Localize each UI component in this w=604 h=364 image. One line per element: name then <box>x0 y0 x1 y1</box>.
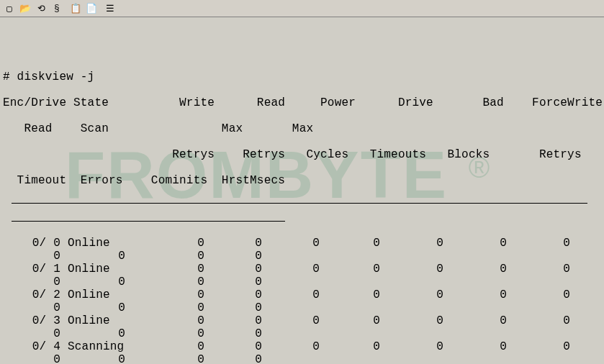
terminal-output[interactable]: FROMBYTE® # diskview -j Enc/Drive State … <box>0 17 604 364</box>
table-row: 0/ 0Online0000000 <box>3 237 601 250</box>
power-cycles: 0 <box>262 263 320 276</box>
enc-drive: 0/ 4 <box>3 340 68 353</box>
table-subrow: 0000 <box>3 353 601 364</box>
enc-drive: 0/ 3 <box>3 314 68 327</box>
read-retrys: 0 <box>204 340 262 353</box>
divider-short <box>12 221 285 222</box>
enc-drive: 0/ 0 <box>3 237 68 250</box>
cominits: 0 <box>147 250 204 263</box>
data-rows: 0/ 0Online000000000000/ 1Online000000000… <box>3 237 601 364</box>
divider <box>12 203 587 204</box>
write-retrys: 0 <box>147 237 204 250</box>
bad-blocks: 0 <box>380 263 443 276</box>
scan-errors: 0 <box>68 301 147 314</box>
scan-errors: 0 <box>68 250 147 263</box>
state: Online <box>68 237 147 250</box>
hrstmsecs: 0 <box>204 250 262 263</box>
drive-timeouts: 0 <box>320 288 380 301</box>
table-row: 0/ 2Online0000000 <box>3 288 601 301</box>
read-retrys: 0 <box>204 237 262 250</box>
state: Online <box>68 263 147 276</box>
bad-blocks: 0 <box>380 288 443 301</box>
reset-fail: 0 <box>507 288 570 301</box>
power-cycles: 0 <box>262 314 320 327</box>
read-timeout: 0 <box>3 301 68 314</box>
script-icon[interactable]: § <box>49 1 65 16</box>
open-icon[interactable]: 📂 <box>17 1 33 16</box>
forcewrite-retrys: 0 <box>443 288 507 301</box>
bad-blocks: 0 <box>380 237 443 250</box>
state: Online <box>68 288 147 301</box>
bad-blocks: 0 <box>380 314 443 327</box>
read-retrys: 0 <box>204 314 262 327</box>
cominits: 0 <box>147 353 204 364</box>
state: Scanning <box>68 340 147 353</box>
write-retrys: 0 <box>147 340 204 353</box>
drive-timeouts: 0 <box>320 314 380 327</box>
power-cycles: 0 <box>262 340 320 353</box>
read-timeout: 0 <box>3 276 68 288</box>
hrstmsecs: 0 <box>204 327 262 340</box>
drive-timeouts: 0 <box>320 340 380 353</box>
write-retrys: 0 <box>147 288 204 301</box>
table-row: 0/ 3Online0000000 <box>3 314 601 327</box>
power-cycles: 0 <box>262 288 320 301</box>
write-retrys: 0 <box>147 263 204 276</box>
scan-errors: 0 <box>68 353 147 364</box>
reset-fail: 0 <box>507 314 570 327</box>
new-icon[interactable]: ▢ <box>1 1 17 16</box>
read-timeout: 0 <box>3 250 68 263</box>
link-icon[interactable]: ⟲ <box>33 1 49 16</box>
scan-errors: 0 <box>68 327 147 340</box>
power-cycles: 0 <box>262 237 320 250</box>
cominits: 0 <box>147 276 204 288</box>
header-row-1: Enc/Drive State Write Read Power Drive B… <box>3 96 601 109</box>
table-subrow: 0000 <box>3 301 601 314</box>
hrstmsecs: 0 <box>204 276 262 288</box>
cominits: 0 <box>147 327 204 340</box>
read-retrys: 0 <box>204 263 262 276</box>
header-row-2: Read Scan Max Max <box>3 122 601 135</box>
read-timeout: 0 <box>3 327 68 340</box>
read-timeout: 0 <box>3 353 68 364</box>
read-retrys: 0 <box>204 288 262 301</box>
cominits: 0 <box>147 301 204 314</box>
hrstmsecs: 0 <box>204 353 262 364</box>
forcewrite-retrys: 0 <box>443 314 507 327</box>
table-subrow: 0000 <box>3 327 601 340</box>
state: Online <box>68 314 147 327</box>
header-row-3: Retrys Retrys Cycles Timeouts Blocks Ret… <box>3 148 601 161</box>
paste-icon[interactable]: 📄 <box>84 1 99 16</box>
scan-errors: 0 <box>68 276 147 288</box>
forcewrite-retrys: 0 <box>443 237 507 250</box>
write-retrys: 0 <box>147 314 204 327</box>
hrstmsecs: 0 <box>204 301 262 314</box>
drive-timeouts: 0 <box>320 263 380 276</box>
props-icon[interactable]: ☰ <box>102 1 118 16</box>
forcewrite-retrys: 0 <box>443 340 507 353</box>
reset-fail: 0 <box>507 237 570 250</box>
table-row: 0/ 4Scanning0000000 <box>3 340 601 353</box>
forcewrite-retrys: 0 <box>443 263 507 276</box>
header-row-4: Timeout Errors Cominits HrstMsecs <box>3 174 601 187</box>
copy-icon[interactable]: 📋 <box>68 1 84 16</box>
reset-fail: 0 <box>507 340 570 353</box>
drive-timeouts: 0 <box>320 237 380 250</box>
enc-drive: 0/ 2 <box>3 288 68 301</box>
table-row: 0/ 1Online0000000 <box>3 263 601 276</box>
table-subrow: 0000 <box>3 250 601 263</box>
bad-blocks: 0 <box>380 340 443 353</box>
toolbar: ▢ 📂 ⟲ § 📋 📄 ☰ <box>0 0 604 17</box>
reset-fail: 0 <box>507 263 570 276</box>
table-subrow: 0000 <box>3 276 601 288</box>
enc-drive: 0/ 1 <box>3 263 68 276</box>
command-line: # diskview -j <box>3 70 601 83</box>
